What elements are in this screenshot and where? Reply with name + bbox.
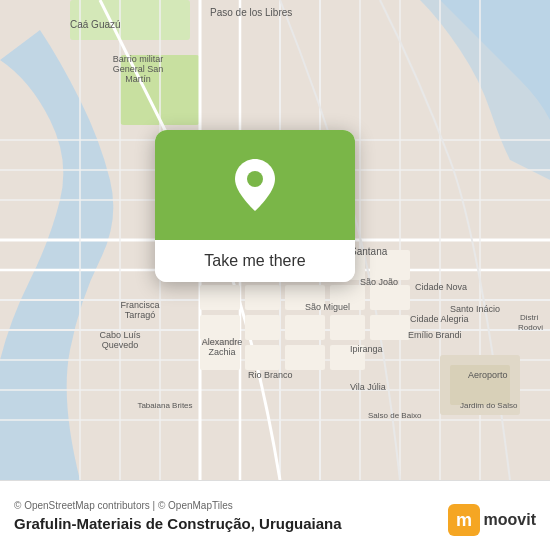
moovit-logo: m moovit <box>448 504 536 536</box>
svg-text:Caá Guazú: Caá Guazú <box>70 19 121 30</box>
svg-text:Santo Inácio: Santo Inácio <box>450 304 500 314</box>
take-me-there-button[interactable]: Take me there <box>155 240 355 282</box>
svg-text:Tabaiana Brites: Tabaiana Brites <box>137 401 192 410</box>
svg-text:Rio Branco: Rio Branco <box>248 370 293 380</box>
bottom-bar: © OpenStreetMap contributors | © OpenMap… <box>0 480 550 550</box>
popup-map-preview <box>155 130 355 240</box>
svg-point-73 <box>247 171 263 187</box>
svg-rect-27 <box>245 285 280 310</box>
svg-text:Barrio militar: Barrio militar <box>113 54 164 64</box>
svg-text:Emílio Brandi: Emílio Brandi <box>408 330 462 340</box>
svg-text:Distri: Distri <box>520 313 538 322</box>
moovit-icon: m <box>448 504 480 536</box>
map-container: Caá Guazú Paso de los Libres Barrio mili… <box>0 0 550 480</box>
app: Caá Guazú Paso de los Libres Barrio mili… <box>0 0 550 550</box>
svg-rect-33 <box>370 285 410 310</box>
svg-text:Ipiranga: Ipiranga <box>350 344 383 354</box>
popup-card: Take me there <box>155 130 355 282</box>
svg-text:Cidade Alegria: Cidade Alegria <box>410 314 469 324</box>
svg-text:Rodovi: Rodovi <box>518 323 543 332</box>
svg-text:Vila Júlia: Vila Júlia <box>350 382 386 392</box>
svg-text:Aeroporto: Aeroporto <box>468 370 508 380</box>
svg-text:São Miguel: São Miguel <box>305 302 350 312</box>
svg-rect-41 <box>285 345 325 370</box>
svg-rect-26 <box>200 285 240 310</box>
svg-text:Tarragó: Tarragó <box>125 310 156 320</box>
moovit-text: moovit <box>484 511 536 529</box>
svg-text:m: m <box>456 510 472 530</box>
svg-rect-38 <box>370 315 410 340</box>
svg-rect-37 <box>330 315 365 340</box>
svg-text:Santana: Santana <box>350 246 388 257</box>
location-pin-icon <box>235 159 275 211</box>
svg-text:Salso de Baixo: Salso de Baixo <box>368 411 422 420</box>
svg-text:Paso de los Libres: Paso de los Libres <box>210 7 292 18</box>
svg-text:General San: General San <box>113 64 164 74</box>
svg-rect-35 <box>245 315 280 340</box>
svg-text:Cidade Nova: Cidade Nova <box>415 282 467 292</box>
svg-text:Martín: Martín <box>125 74 151 84</box>
svg-rect-36 <box>285 315 325 340</box>
svg-text:São João: São João <box>360 277 398 287</box>
svg-text:Zachia: Zachia <box>208 347 235 357</box>
svg-text:Cabo Luís: Cabo Luís <box>99 330 141 340</box>
svg-text:Francisca: Francisca <box>120 300 159 310</box>
svg-text:Quevedo: Quevedo <box>102 340 139 350</box>
svg-rect-40 <box>245 345 280 370</box>
svg-text:Alexandre: Alexandre <box>202 337 243 347</box>
svg-text:Jardim do Salso: Jardim do Salso <box>460 401 518 410</box>
